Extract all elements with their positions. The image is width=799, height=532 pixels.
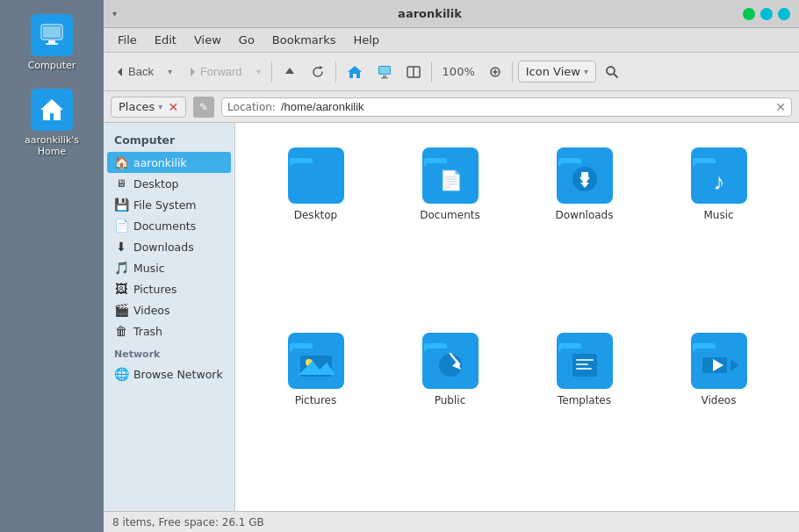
- forward-dropdown[interactable]: ▾: [251, 63, 266, 80]
- location-input[interactable]: [281, 100, 775, 113]
- documents-sidebar-icon: 📄: [114, 219, 128, 233]
- pictures-sidebar-icon: 🖼: [114, 282, 128, 296]
- svg-marker-8: [285, 68, 294, 74]
- forward-label: Forward: [200, 65, 242, 78]
- search-button[interactable]: [600, 61, 624, 83]
- sidebar-label-aaronkilik: aaronkilik: [133, 156, 187, 169]
- sidebar-label-music: Music: [133, 262, 165, 275]
- home-icon-label: aaronkilik's Home: [18, 134, 86, 157]
- menu-file[interactable]: File: [111, 31, 144, 49]
- sidebar-item-videos[interactable]: 🎬 Videos: [104, 299, 234, 320]
- sidebar-item-documents[interactable]: 📄 Documents: [104, 215, 234, 236]
- file-item-pictures[interactable]: Pictures: [253, 326, 378, 493]
- sidebar-section-computer: Computer: [104, 130, 234, 152]
- sidebar-item-trash[interactable]: 🗑 Trash: [104, 320, 234, 341]
- places-close-icon[interactable]: ✕: [168, 100, 178, 114]
- menu-go[interactable]: Go: [232, 31, 262, 49]
- sidebar-item-desktop[interactable]: 🖥 Desktop: [104, 173, 234, 194]
- file-item-templates[interactable]: Templates: [522, 326, 647, 493]
- zoom-in-button[interactable]: [484, 62, 507, 82]
- documents-folder-icon: 📄: [422, 147, 479, 204]
- file-item-videos[interactable]: Videos: [656, 326, 781, 493]
- menu-bar: File Edit View Go Bookmarks Help: [104, 28, 799, 53]
- location-clear-icon[interactable]: ✕: [775, 100, 786, 114]
- menu-view[interactable]: View: [187, 31, 228, 49]
- desktop-icon-home[interactable]: aaronkilik's Home: [12, 83, 91, 162]
- up-button[interactable]: [277, 61, 302, 83]
- title-bar: ▾ aaronkilik: [104, 0, 799, 28]
- sidebar-item-music[interactable]: 🎵 Music: [104, 257, 234, 278]
- toolbar-sep-1: [271, 61, 272, 83]
- svg-rect-3: [48, 40, 55, 43]
- music-folder-icon: ♪: [691, 147, 747, 204]
- toolbar-sep-4: [512, 61, 513, 83]
- desktop-folder-icon: [288, 147, 344, 204]
- desktop-sidebar-icon: 🖥: [114, 176, 128, 191]
- sidebar-item-downloads[interactable]: ⬇ Downloads: [104, 236, 234, 257]
- svg-rect-58: [576, 363, 588, 365]
- sidebar-label-pictures: Pictures: [133, 283, 177, 296]
- sidebar-label-trash: Trash: [133, 325, 162, 338]
- videos-sidebar-icon: 🎬: [114, 303, 128, 317]
- file-item-public[interactable]: Public: [387, 326, 513, 493]
- maximize-button[interactable]: [760, 8, 773, 20]
- svg-marker-9: [320, 66, 323, 69]
- sidebar: Computer 🏠 aaronkilik 🖥 Desktop 💾 File S…: [104, 123, 235, 511]
- svg-line-21: [614, 74, 617, 77]
- places-toggle[interactable]: Places ▾ ✕: [111, 97, 186, 118]
- file-label-desktop: Desktop: [294, 209, 338, 221]
- status-bar: 8 items, Free space: 26.1 GB: [104, 511, 799, 532]
- toolbar-sep-3: [431, 61, 432, 83]
- minimize-button[interactable]: [743, 8, 755, 20]
- computer-section-label: Computer: [114, 133, 175, 147]
- file-label-pictures: Pictures: [295, 394, 337, 406]
- view-selector[interactable]: Icon View ▾: [518, 61, 596, 83]
- close-button[interactable]: [778, 8, 790, 20]
- sidebar-item-browse-network[interactable]: 🌐 Browse Network: [104, 363, 234, 385]
- file-label-documents: Documents: [420, 209, 479, 221]
- sidebar-label-documents: Documents: [133, 219, 196, 233]
- sidebar-item-filesystem[interactable]: 💾 File System: [104, 194, 234, 215]
- split-view-button[interactable]: [401, 61, 426, 83]
- sidebar-label-browse-network: Browse Network: [133, 368, 223, 381]
- menu-help[interactable]: Help: [346, 31, 386, 49]
- computer-icon-label: Computer: [28, 60, 76, 71]
- file-item-music[interactable]: ♪ Music: [656, 140, 781, 308]
- templates-folder-icon: [557, 333, 613, 389]
- sidebar-label-desktop: Desktop: [133, 177, 179, 191]
- file-label-templates: Templates: [558, 394, 611, 406]
- aaronkilik-icon: 🏠: [114, 155, 128, 169]
- videos-folder-icon: [691, 333, 747, 389]
- home-nav-button[interactable]: [342, 61, 368, 83]
- reload-button[interactable]: [306, 61, 330, 83]
- svg-marker-5: [40, 99, 63, 120]
- forward-chevron-icon: ▾: [256, 67, 261, 76]
- sidebar-item-pictures[interactable]: 🖼 Pictures: [104, 278, 234, 299]
- back-label: Back: [128, 65, 154, 78]
- file-item-downloads[interactable]: Downloads: [522, 140, 647, 308]
- desktop-sidebar: Computer aaronkilik's Home: [0, 0, 104, 532]
- svg-marker-7: [191, 68, 195, 76]
- svg-text:📄: 📄: [438, 169, 463, 192]
- sidebar-item-aaronkilik[interactable]: 🏠 aaronkilik: [107, 152, 231, 173]
- back-dropdown[interactable]: ▾: [162, 63, 177, 80]
- file-item-documents[interactable]: 📄 Documents: [387, 140, 513, 308]
- desktop-icon-computer[interactable]: Computer: [12, 9, 91, 76]
- edit-location-button[interactable]: ✎: [193, 97, 214, 118]
- content-area: Computer 🏠 aaronkilik 🖥 Desktop 💾 File S…: [104, 123, 799, 511]
- forward-button[interactable]: Forward: [181, 61, 248, 82]
- computer-icon: [31, 14, 73, 56]
- svg-rect-24: [292, 163, 341, 197]
- svg-marker-6: [118, 68, 122, 76]
- menu-edit[interactable]: Edit: [148, 31, 184, 49]
- places-chevron-icon: ▾: [158, 102, 162, 111]
- menu-bookmarks[interactable]: Bookmarks: [265, 31, 343, 49]
- filesystem-icon: 💾: [114, 198, 128, 212]
- files-grid: Desktop 📄 Documents: [253, 140, 781, 493]
- svg-text:♪: ♪: [713, 169, 724, 195]
- back-button[interactable]: Back: [109, 61, 159, 82]
- public-folder-icon: [422, 333, 479, 389]
- computer-nav-button[interactable]: [371, 61, 398, 83]
- file-item-desktop[interactable]: Desktop: [253, 140, 378, 308]
- window-title: aaronkilik: [117, 7, 743, 20]
